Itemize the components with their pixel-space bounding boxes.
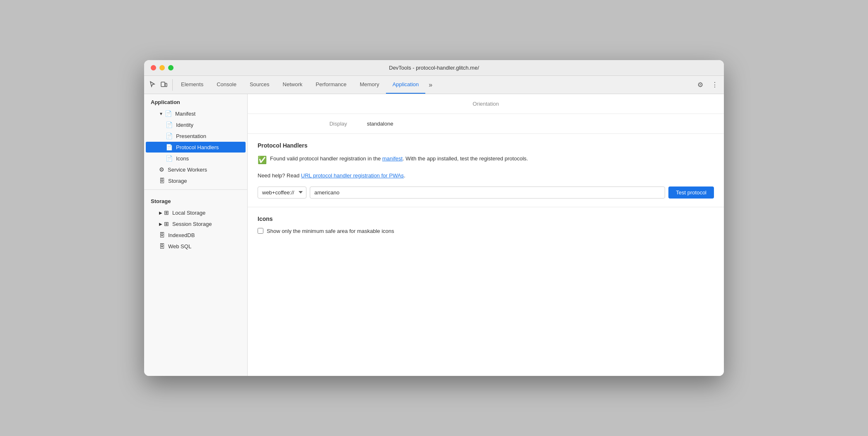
expand-arrow-icon: ▶ — [159, 222, 162, 226]
file-icon: 📄 — [165, 110, 172, 117]
manifest-link[interactable]: manifest — [382, 155, 403, 162]
protocol-handlers-title: Protocol Handlers — [258, 142, 714, 149]
sidebar: Application ▼ 📄 Manifest 📄 Identity 📄 Pr… — [144, 94, 248, 376]
table-icon: ⊞ — [164, 209, 169, 216]
file-icon: 📄 — [166, 155, 173, 162]
protocol-handlers-section: Protocol Handlers ✅ Found valid protocol… — [248, 134, 724, 207]
storage-icon: 🗄 — [159, 177, 165, 184]
sidebar-item-storage[interactable]: 🗄 Storage — [146, 175, 246, 186]
gear-icon: ⚙ — [159, 166, 164, 173]
devtools-window: DevTools - protocol-handler.glitch.me/ E… — [144, 60, 724, 376]
maskable-icons-checkbox-row: Show only the minimum safe area for mask… — [258, 228, 714, 234]
application-section-title: Application — [144, 94, 247, 108]
toolbar: Elements Console Sources Network Perform… — [144, 76, 724, 94]
check-circle-icon: ✅ — [258, 155, 267, 166]
orientation-row: Orientation — [248, 94, 724, 114]
svg-rect-0 — [161, 82, 165, 87]
success-message: ✅ Found valid protocol handler registrat… — [258, 155, 714, 166]
window-title: DevTools - protocol-handler.glitch.me/ — [389, 65, 479, 71]
cursor-icon[interactable] — [147, 79, 157, 91]
sidebar-item-session-storage[interactable]: ▶ ⊞ Session Storage — [146, 218, 246, 229]
expand-arrow-icon: ▼ — [159, 111, 163, 116]
sidebar-item-identity[interactable]: 📄 Identity — [146, 119, 246, 130]
toolbar-right: ⚙ ⋮ — [695, 79, 721, 90]
device-toggle-icon[interactable] — [159, 79, 169, 91]
pwa-help-link[interactable]: URL protocol handler registration for PW… — [301, 172, 404, 179]
success-text-pre: Found valid protocol handler registratio… — [270, 155, 382, 162]
display-label: Display — [258, 121, 357, 127]
file-icon: 📄 — [166, 121, 173, 128]
maskable-icons-checkbox[interactable] — [258, 228, 263, 234]
tab-elements[interactable]: Elements — [174, 76, 210, 94]
svg-rect-1 — [165, 83, 167, 87]
maskable-icons-label[interactable]: Show only the minimum safe area for mask… — [267, 228, 394, 234]
sidebar-item-indexeddb[interactable]: 🗄 IndexedDB — [146, 230, 246, 240]
db-icon: 🗄 — [159, 243, 165, 249]
more-options-icon[interactable]: ⋮ — [709, 79, 721, 90]
maximize-button[interactable] — [168, 65, 174, 70]
sidebar-item-icons[interactable]: 📄 Icons — [146, 153, 246, 164]
help-text: Need help? Read URL protocol handler reg… — [258, 172, 714, 180]
window-controls — [151, 65, 174, 70]
tab-bar: Elements Console Sources Network Perform… — [174, 76, 695, 94]
tab-network[interactable]: Network — [276, 76, 309, 94]
protocol-input[interactable] — [310, 187, 665, 199]
icons-section-title: Icons — [258, 216, 714, 222]
file-icon: 📄 — [166, 133, 173, 139]
sidebar-item-protocol-handlers[interactable]: 📄 Protocol Handlers — [146, 142, 246, 153]
success-text-post: . With the app installed, test the regis… — [403, 155, 528, 162]
minimize-button[interactable] — [159, 65, 165, 70]
sidebar-divider — [144, 189, 247, 190]
sidebar-item-service-workers[interactable]: ⚙ Service Workers — [146, 164, 246, 175]
tab-application[interactable]: Application — [386, 76, 426, 94]
file-icon: 📄 — [166, 144, 173, 150]
table-icon: ⊞ — [164, 220, 169, 227]
sidebar-item-presentation[interactable]: 📄 Presentation — [146, 131, 246, 141]
sidebar-item-web-sql[interactable]: 🗄 Web SQL — [146, 241, 246, 252]
close-button[interactable] — [151, 65, 156, 70]
tab-console[interactable]: Console — [210, 76, 243, 94]
settings-icon[interactable]: ⚙ — [695, 79, 706, 90]
tab-memory[interactable]: Memory — [353, 76, 386, 94]
expand-arrow-icon: ▶ — [159, 211, 162, 215]
tab-sources[interactable]: Sources — [243, 76, 276, 94]
db-icon: 🗄 — [159, 232, 165, 238]
icons-section: Icons Show only the minimum safe area fo… — [248, 207, 724, 242]
protocol-select[interactable]: web+coffee:// — [258, 187, 306, 199]
storage-section-title: Storage — [144, 193, 247, 207]
toolbar-icons — [147, 79, 173, 91]
test-protocol-button[interactable]: Test protocol — [668, 187, 714, 199]
title-bar: DevTools - protocol-handler.glitch.me/ — [144, 60, 724, 76]
tab-more-button[interactable]: » — [425, 76, 436, 94]
protocol-input-row: web+coffee:// Test protocol — [258, 187, 714, 199]
tab-performance[interactable]: Performance — [309, 76, 353, 94]
content-area: Application ▼ 📄 Manifest 📄 Identity 📄 Pr… — [144, 94, 724, 376]
sidebar-item-manifest[interactable]: ▼ 📄 Manifest — [146, 108, 246, 119]
main-content: Orientation Display standalone Protocol … — [248, 94, 724, 376]
display-value: standalone — [367, 121, 393, 127]
sidebar-item-local-storage[interactable]: ▶ ⊞ Local Storage — [146, 207, 246, 218]
display-row: Display standalone — [248, 114, 724, 134]
